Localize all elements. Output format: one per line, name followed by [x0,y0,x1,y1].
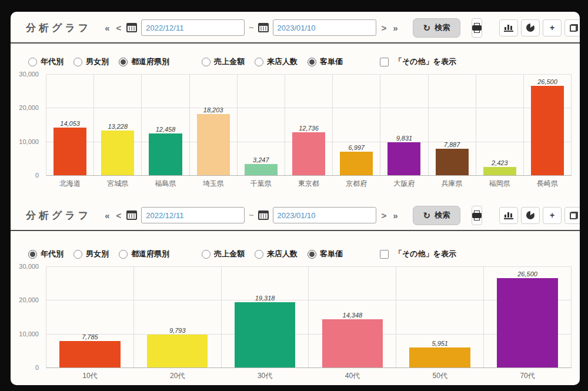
radio-icon [74,250,82,259]
bar[interactable] [387,142,420,175]
bar[interactable] [235,302,295,367]
panel-header: 分析グラフ « < ~ > » ↻ 検索 + × [11,200,580,231]
bar[interactable] [147,335,208,367]
radio-by-age[interactable]: 年代別 [28,249,64,259]
checkbox-show-others[interactable]: 「その他」を表示 [380,249,456,259]
radio-by-prefecture[interactable]: 都道府県別 [119,249,169,259]
radio-avg-spend[interactable]: 客単価 [308,249,343,259]
y-tick-label: 10,000 [19,330,39,337]
chart-column: 14,053北海道 [46,74,94,175]
last-period-button[interactable]: » [392,211,399,220]
category-label: 兵庫県 [429,179,476,189]
print-button[interactable] [472,18,482,38]
bar[interactable] [197,114,230,175]
bar[interactable] [322,319,383,367]
pie-chart-view-button[interactable] [521,207,540,224]
bar[interactable] [531,86,564,175]
bar-value-label: 26,500 [537,78,557,85]
checkbox-icon [380,250,389,259]
date-range-separator: ~ [249,210,253,220]
radio-icon [119,250,128,259]
prev-period-button[interactable]: < [115,24,123,32]
chart-column: 12,736東京都 [285,74,333,175]
category-label: 京都府 [333,179,380,189]
radio-by-gender[interactable]: 男女別 [74,56,109,67]
next-period-button[interactable]: > [380,24,388,32]
panel-header: 分析グラフ « < ~ > » ↻ 検索 + × [11,13,580,44]
radio-by-gender[interactable]: 男女別 [74,249,109,259]
bar[interactable] [149,133,182,175]
window-restore-icon [570,212,578,219]
last-period-button[interactable]: » [392,24,399,32]
date-to-input[interactable] [273,19,376,36]
bar[interactable] [245,164,278,175]
bar-value-label: 9,793 [169,327,186,334]
bar[interactable] [497,278,557,367]
calendar-icon[interactable] [126,210,137,220]
date-from-input[interactable] [141,19,245,36]
radio-label: 都道府県別 [131,249,169,259]
y-axis: 30,00020,00010,0000 [13,266,44,367]
bar-value-label: 6,997 [348,144,365,151]
add-panel-button[interactable]: + [543,207,562,224]
search-button[interactable]: ↻ 検索 [413,206,461,225]
radio-by-age[interactable]: 年代別 [28,56,64,67]
radio-label: 来店人数 [267,56,298,67]
prev-period-button[interactable]: < [115,211,123,220]
y-tick-label: 20,000 [19,296,39,303]
next-period-button[interactable]: > [380,211,388,220]
search-button-label: 検索 [435,22,450,33]
category-label: 40代 [309,371,396,381]
plot-area: 7,78510代9,79320代19,31830代14,34840代5,9515… [46,266,572,368]
calendar-icon[interactable] [258,210,269,220]
bar[interactable] [54,128,86,175]
chart-column: 18,203埼玉県 [190,74,238,175]
checkbox-show-others[interactable]: 「その他」を表示 [380,56,456,67]
radio-label: 来店人数 [267,249,298,259]
panel-title: 分析グラフ [26,209,91,222]
radio-by-prefecture[interactable]: 都道府県別 [119,56,169,67]
first-period-button[interactable]: « [103,211,111,220]
bar-chart-view-button[interactable] [499,207,518,224]
analysis-panel-age: 分析グラフ « < ~ > » ↻ 検索 + × [11,200,580,384]
radio-label: 年代別 [41,249,64,259]
bar[interactable] [340,152,373,175]
add-panel-button[interactable]: + [543,19,562,36]
filter-options-row: 年代別 男女別 都道府県別 売上金額 来店人数 [28,54,574,69]
date-range-separator: ~ [249,23,253,32]
window-restore-button[interactable] [564,207,580,224]
bar-chart-view-button[interactable] [499,19,518,36]
bar[interactable] [59,341,120,367]
chart-column: 14,34840代 [309,266,396,367]
radio-avg-spend[interactable]: 客単価 [308,56,343,67]
chart-column: 9,831大阪府 [380,74,428,175]
window-restore-button[interactable] [564,19,580,36]
print-button[interactable] [472,206,482,225]
date-to-input[interactable] [273,207,376,223]
bar-value-label: 12,736 [299,125,319,132]
search-button[interactable]: ↻ 検索 [413,18,461,38]
bar-chart-icon [504,24,513,32]
radio-sales-amount[interactable]: 売上金額 [202,56,245,67]
bar-value-label: 3,247 [253,156,269,163]
calendar-icon[interactable] [126,23,137,32]
bar[interactable] [292,132,325,175]
radio-icon [119,58,128,66]
bar[interactable] [101,131,134,175]
category-label: 東京都 [285,179,332,189]
radio-label: 客単価 [320,56,343,67]
bar[interactable] [436,149,469,175]
radio-visitor-count[interactable]: 来店人数 [255,56,298,67]
first-period-button[interactable]: « [103,24,111,32]
radio-label: 男女別 [86,56,109,67]
bar[interactable] [409,347,470,367]
pie-chart-view-button[interactable] [521,19,540,36]
calendar-icon[interactable] [258,23,269,32]
bar-value-label: 5,951 [432,340,448,347]
radio-sales-amount[interactable]: 売上金額 [202,249,245,259]
category-label: 福岡県 [476,179,523,189]
radio-visitor-count[interactable]: 来店人数 [255,249,298,259]
chart-toolbar: + × [499,19,580,36]
bar[interactable] [483,167,516,175]
date-from-input[interactable] [141,207,245,223]
